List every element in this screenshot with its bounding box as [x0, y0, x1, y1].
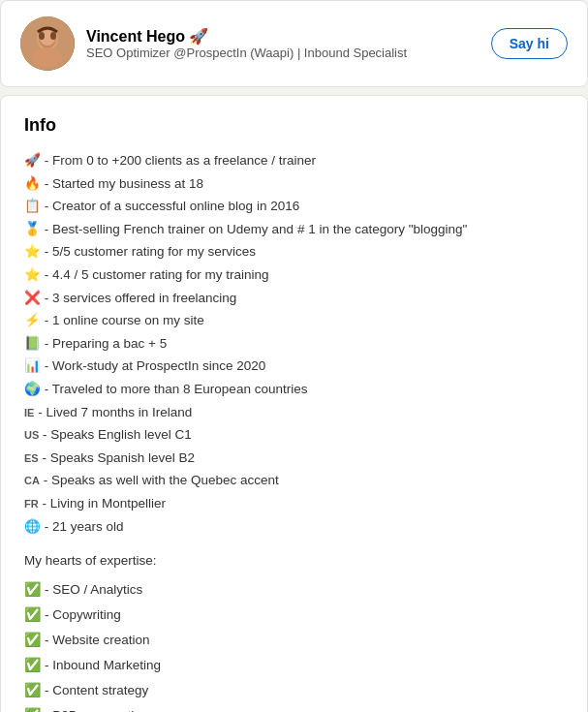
profile-card: Vincent Hego 🚀 SEO Optimizer @ProspectIn… [0, 0, 588, 87]
list-item: US - Speaks English level C1 [24, 423, 564, 447]
list-item: ✅- Website creation [24, 628, 564, 653]
avatar [20, 16, 75, 71]
svg-point-4 [39, 32, 45, 40]
info-list: 🚀 - From 0 to +200 clients as a freelanc… [24, 149, 564, 538]
svg-point-6 [32, 47, 63, 67]
list-item: 🔥 - Started my business at 18 [24, 172, 564, 196]
svg-point-5 [50, 32, 56, 40]
list-item: ✅- Copywriting [24, 603, 564, 628]
list-item: 📊 - Work-study at ProspectIn since 2020 [24, 355, 564, 378]
list-item: IE - Lived 7 months in Ireland [24, 401, 564, 424]
profile-name: Vincent Hego 🚀 [86, 27, 407, 46]
list-item: ✅- B2B prospecting [24, 703, 564, 712]
list-item: 🌐 - 21 years old [24, 515, 564, 539]
expertise-title: My hearts of expertise: [24, 553, 564, 568]
profile-left: Vincent Hego 🚀 SEO Optimizer @ProspectIn… [20, 16, 407, 71]
list-item: ✅- Inbound Marketing [24, 653, 564, 678]
profile-title: SEO Optimizer @ProspectIn (Waapi) | Inbo… [86, 46, 407, 60]
say-hi-button[interactable]: Say hi [491, 28, 568, 59]
list-item: 📗 - Preparing a bac + 5 [24, 332, 564, 356]
info-title: Info [24, 115, 564, 136]
list-item: ✅- Content strategy [24, 678, 564, 703]
list-item: ⭐ - 5/5 customer rating for my services [24, 240, 564, 263]
list-item: ⚡ - 1 online course on my site [24, 309, 564, 332]
list-item: 📋 - Creator of a successful online blog … [24, 195, 564, 218]
list-item: 🌍 - Traveled to more than 8 European cou… [24, 378, 564, 401]
expertise-list: ✅- SEO / Analytics ✅- Copywriting ✅- Web… [24, 577, 564, 712]
list-item: ❌ - 3 services offered in freelancing [24, 287, 564, 310]
profile-info: Vincent Hego 🚀 SEO Optimizer @ProspectIn… [86, 27, 407, 60]
list-item: ⭐ - 4.4 / 5 customer rating for my train… [24, 263, 564, 287]
list-item: ✅- SEO / Analytics [24, 577, 564, 603]
list-item: 🚀 - From 0 to +200 clients as a freelanc… [24, 149, 564, 172]
list-item: 🥇 - Best-selling French trainer on Udemy… [24, 218, 564, 241]
info-card: Info 🚀 - From 0 to +200 clients as a fre… [0, 95, 588, 712]
list-item: CA - Speaks as well with the Quebec acce… [24, 469, 564, 492]
list-item: FR - Living in Montpellier [24, 492, 564, 515]
list-item: ES - Speaks Spanish level B2 [24, 447, 564, 470]
